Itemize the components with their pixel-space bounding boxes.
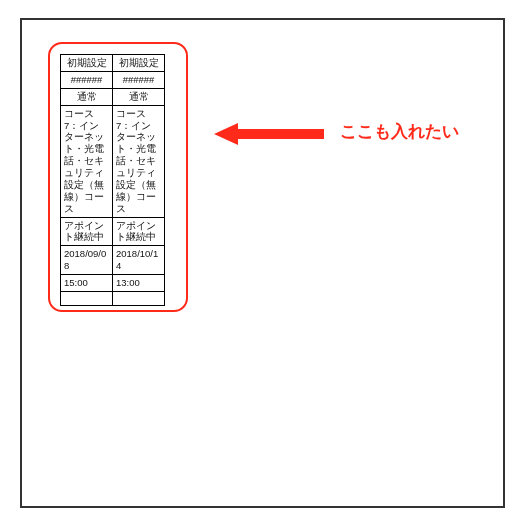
annotation-label: ここも入れたい xyxy=(340,120,459,143)
svg-marker-0 xyxy=(214,123,324,145)
viewport: 初期設定 初期設定 ###### ###### 通常 通常 コース7：インターネ… xyxy=(0,0,527,526)
highlight-box xyxy=(48,42,188,312)
document-page: 初期設定 初期設定 ###### ###### 通常 通常 コース7：インターネ… xyxy=(20,18,505,508)
arrow-icon xyxy=(214,121,324,147)
